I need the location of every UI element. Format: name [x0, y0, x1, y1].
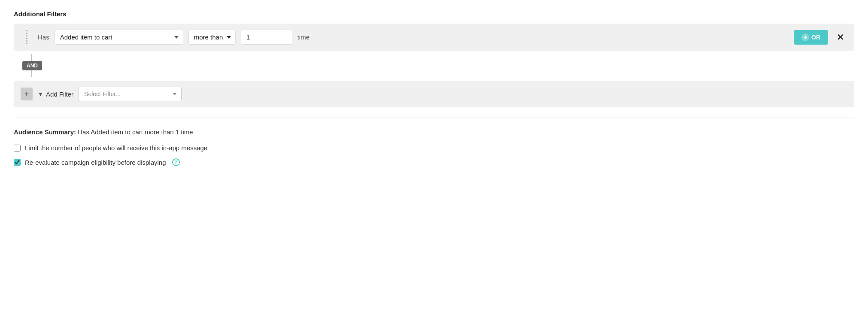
audience-summary-text: Has Added item to cart more than 1 time [78, 128, 193, 136]
add-icon[interactable]: + [21, 88, 33, 100]
and-badge: AND [22, 61, 42, 70]
remove-filter-button[interactable]: ✕ [833, 30, 847, 44]
section-title: Additional Filters [14, 10, 854, 18]
or-plus-icon: + [801, 33, 809, 41]
count-input[interactable] [241, 30, 292, 45]
time-label: time [297, 33, 310, 41]
additional-filters-section: Additional Filters Has Added item to car… [14, 10, 854, 107]
or-button[interactable]: + OR [794, 30, 828, 45]
reevaluate-checkbox-row: Re-evaluate campaign eligibility before … [14, 158, 854, 166]
and-connector: AND [14, 54, 854, 77]
plus-symbol: + [24, 90, 29, 99]
limit-checkbox-label: Limit the number of people who will rece… [25, 144, 207, 151]
add-filter-label: ▼ Add Filter [38, 91, 73, 98]
filter-icon: ▼ [38, 91, 43, 97]
reevaluate-checkbox-label: Re-evaluate campaign eligibility before … [25, 159, 166, 166]
section-divider [14, 118, 854, 118]
close-icon: ✕ [837, 33, 844, 42]
limit-checkbox[interactable] [14, 145, 21, 151]
has-label: Has [38, 33, 49, 41]
add-filter-plus-icon[interactable]: + [21, 88, 33, 100]
or-button-label: OR [811, 34, 820, 41]
select-filter-dropdown[interactable]: Select Filter... [79, 87, 182, 101]
condition-select[interactable]: more than exactly less than [188, 30, 236, 45]
drag-handle[interactable] [21, 30, 33, 44]
event-select[interactable]: Added item to cart [55, 30, 183, 45]
add-filter-text: Add Filter [46, 91, 73, 98]
audience-summary-label: Audience Summary: [14, 128, 76, 136]
reevaluate-checkbox[interactable] [14, 159, 21, 166]
info-icon[interactable]: ? [172, 158, 180, 166]
filter-row: Has Added item to cart more than exactly… [14, 24, 854, 51]
audience-summary: Audience Summary: Has Added item to cart… [14, 128, 854, 136]
add-filter-row: + ▼ Add Filter Select Filter... [14, 81, 854, 107]
limit-checkbox-row: Limit the number of people who will rece… [14, 144, 854, 151]
